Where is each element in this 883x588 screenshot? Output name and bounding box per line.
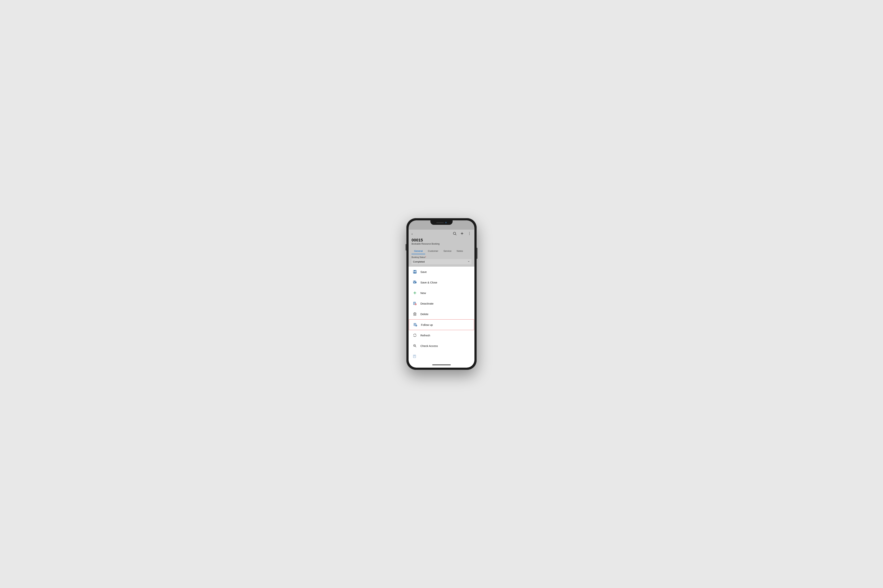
tab-bar: General Customer Service Notes xyxy=(409,248,474,254)
save-close-label: Save & Close xyxy=(420,281,437,284)
required-indicator: * xyxy=(425,256,426,258)
record-type: Bookable Resource Booking xyxy=(412,243,471,245)
new-icon xyxy=(412,290,417,296)
menu-item-save-close[interactable]: Save & Close xyxy=(409,277,474,288)
svg-point-6 xyxy=(469,234,470,235)
chevron-down-icon xyxy=(468,260,470,263)
save-close-icon xyxy=(412,280,417,285)
menu-item-save[interactable]: Save xyxy=(409,267,474,277)
svg-point-4 xyxy=(469,232,470,232)
svg-point-5 xyxy=(469,233,470,234)
tab-service[interactable]: Service xyxy=(441,248,454,254)
app-header: ‹ xyxy=(409,230,474,248)
follow-up-icon xyxy=(413,322,418,327)
booking-status-dropdown[interactable]: Completed xyxy=(412,259,471,264)
svg-rect-12 xyxy=(414,281,415,282)
deactivate-label: Deactivate xyxy=(420,302,433,305)
refresh-icon xyxy=(412,333,417,338)
status-bar xyxy=(409,220,474,230)
header-actions xyxy=(453,231,471,236)
booking-status-value: Completed xyxy=(413,260,425,263)
tab-general[interactable]: General xyxy=(412,248,425,254)
more-options-icon[interactable] xyxy=(468,231,471,236)
follow-up-label: Follow up xyxy=(421,323,433,326)
tab-notes[interactable]: Notes xyxy=(454,248,466,254)
speaker xyxy=(436,222,444,223)
check-access-icon xyxy=(412,343,417,348)
svg-line-39 xyxy=(415,346,416,347)
menu-item-delete[interactable]: Delete xyxy=(409,309,474,320)
svg-rect-10 xyxy=(414,272,415,273)
svg-rect-8 xyxy=(414,270,415,272)
home-bar xyxy=(432,364,451,365)
camera xyxy=(445,222,447,224)
back-button[interactable]: ‹ xyxy=(412,232,413,236)
svg-point-0 xyxy=(453,232,456,235)
search-icon[interactable] xyxy=(453,231,457,236)
new-label: New xyxy=(420,291,426,294)
menu-item-check-access[interactable]: Check Access xyxy=(409,340,474,351)
app-screen: ‹ xyxy=(409,220,474,368)
menu-item-refresh[interactable]: Refresh xyxy=(409,330,474,340)
check-access-label: Check Access xyxy=(420,344,438,348)
header-nav: ‹ xyxy=(412,231,471,236)
phone-screen: ‹ xyxy=(409,220,474,368)
record-id: 00015 xyxy=(412,238,471,243)
home-indicator xyxy=(409,362,474,368)
booking-status-label: Booking Status* xyxy=(412,256,471,258)
tab-customer[interactable]: Customer xyxy=(425,248,441,254)
svg-line-1 xyxy=(456,234,456,235)
phone-device: ‹ xyxy=(406,218,477,370)
menu-item-partial[interactable] xyxy=(409,351,474,362)
menu-item-deactivate[interactable]: Deactivate xyxy=(409,298,474,309)
add-icon[interactable] xyxy=(460,231,464,236)
delete-icon xyxy=(412,311,417,316)
refresh-label: Refresh xyxy=(420,334,430,337)
menu-item-follow-up[interactable]: Follow up xyxy=(409,320,474,330)
booking-status-area: Booking Status* Completed xyxy=(409,254,474,267)
notch xyxy=(430,220,453,225)
delete-label: Delete xyxy=(420,312,428,316)
save-icon xyxy=(412,269,417,274)
save-label: Save xyxy=(420,270,427,273)
menu-item-new[interactable]: New xyxy=(409,288,474,298)
menu-list: Save Save & Close xyxy=(409,267,474,362)
svg-rect-40 xyxy=(413,355,416,358)
svg-rect-13 xyxy=(414,282,415,283)
deactivate-icon xyxy=(412,301,417,306)
partial-icon xyxy=(412,354,417,359)
